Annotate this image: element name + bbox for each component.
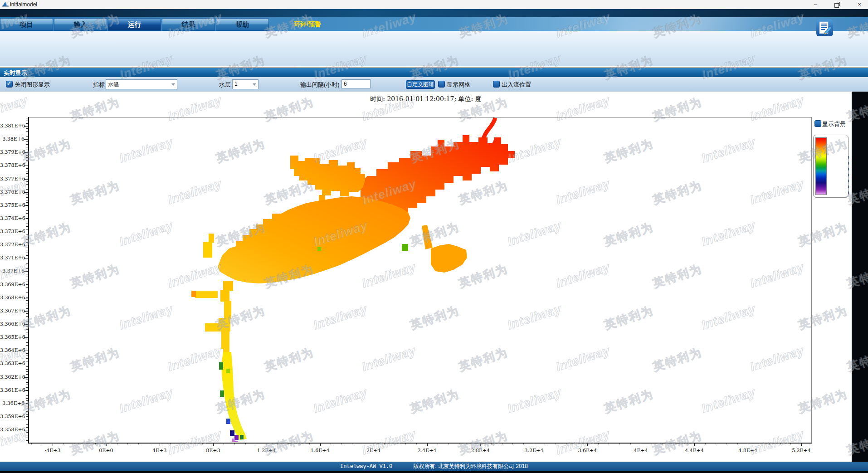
- ribbon-badge: 环评/预警: [294, 20, 321, 29]
- copyright: 版权所有: 北京英特利为环境科技有限公司 2018: [413, 463, 528, 470]
- layer-value: 1: [234, 81, 238, 87]
- close-button[interactable]: ×: [853, 0, 866, 9]
- indicator-value: 水温: [108, 81, 119, 88]
- status-bar: Intelway-AW V1.0 版权所有: 北京英特利为环境科技有限公司 20…: [0, 462, 868, 471]
- app-icon: [2, 1, 9, 8]
- unit-value: 度: [475, 95, 482, 102]
- interval-label: 输出间隔(小时): [300, 81, 340, 89]
- right-edge-panel: [852, 92, 868, 462]
- minimize-button[interactable]: –: [809, 0, 822, 9]
- indicator-label: 指标: [93, 81, 105, 89]
- show-background-label: 显示背景: [822, 120, 846, 128]
- inout-flow-checkbox[interactable]: [493, 81, 500, 88]
- layer-select[interactable]: 1: [232, 79, 258, 89]
- tab-row: 环评/预警 项目输入运行结果帮助: [0, 17, 868, 31]
- show-grid-checkbox[interactable]: [438, 81, 445, 88]
- indicator-select[interactable]: 水温: [106, 79, 177, 89]
- close-graphics-label: 关闭图形显示: [15, 81, 50, 89]
- tab-result[interactable]: 结果: [162, 18, 215, 31]
- tab-run[interactable]: 运行: [108, 18, 161, 31]
- restore-button[interactable]: [830, 0, 844, 9]
- show-background-checkbox[interactable]: [814, 120, 821, 127]
- realtime-header: 实时显示: [0, 67, 868, 77]
- app-version: Intelway-AW V1.0: [340, 463, 392, 470]
- tab-help[interactable]: 帮助: [216, 18, 269, 31]
- tab-project[interactable]: 项目: [0, 18, 53, 31]
- bottom-edge: [0, 471, 868, 473]
- custom-colormap-button[interactable]: 自定义图谱: [406, 80, 435, 89]
- inout-flow-label: 出入流位置: [502, 81, 531, 89]
- show-grid-label: 显示网格: [447, 81, 470, 89]
- tab-input[interactable]: 输入: [54, 18, 107, 31]
- time-label: 时间:: [370, 95, 385, 102]
- chevron-down-icon: [171, 83, 175, 86]
- close-graphics-checkbox[interactable]: [6, 81, 13, 88]
- window-title: initialmodel: [10, 1, 37, 8]
- controls-row: 关闭图形显示 指标 水温 水层 1 输出间隔(小时) 自定义图谱 显示网格 出入…: [0, 77, 868, 92]
- ribbon-top-band: [0, 9, 868, 17]
- unit-label: 单位:: [458, 95, 473, 102]
- title-bar: initialmodel – ×: [0, 0, 868, 10]
- toolbar: 运行模型 已运行 0%。 暂停运行 终止运行 错误信息: [0, 31, 868, 66]
- chevron-down-icon: [253, 83, 256, 86]
- time-value: 2016-01-01 12:00:17;: [387, 95, 456, 102]
- time-caption: 时间: 2016-01-01 12:00:17; 单位: 度: [0, 95, 852, 103]
- layer-label: 水层: [219, 81, 231, 89]
- temperature-map: [28, 117, 810, 442]
- document-edit-icon[interactable]: [816, 20, 833, 36]
- interval-input[interactable]: [341, 79, 371, 88]
- realtime-header-label: 实时显示: [4, 69, 27, 76]
- colorbar-gradient: [815, 137, 827, 195]
